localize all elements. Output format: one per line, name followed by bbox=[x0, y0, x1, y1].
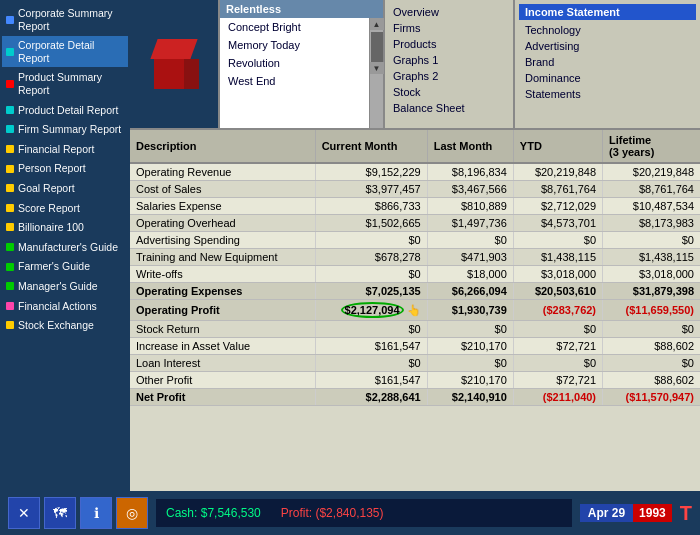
cell-desc-4: Advertising Spending bbox=[130, 232, 315, 249]
cell-lifetime-11: $0 bbox=[603, 355, 700, 372]
cell-current-9: $0 bbox=[315, 321, 427, 338]
top-panels: Relentless Concept BrightMemory TodayRev… bbox=[130, 0, 700, 130]
right-nav-item-statements[interactable]: Statements bbox=[519, 86, 696, 102]
cell-lifetime-4: $0 bbox=[603, 232, 700, 249]
info-icon[interactable]: ℹ bbox=[80, 497, 112, 529]
cell-desc-6: Write-offs bbox=[130, 266, 315, 283]
col-header-current-month: Current Month bbox=[315, 130, 427, 163]
tool-icon-2[interactable]: 🗺 bbox=[44, 497, 76, 529]
sidebar-label-stock-exchange: Stock Exchange bbox=[18, 319, 94, 332]
right-nav-item-advertising[interactable]: Advertising bbox=[519, 38, 696, 54]
brand-item-revolution[interactable]: Revolution bbox=[220, 54, 369, 72]
sidebar-item-farmer[interactable]: Farmer's Guide bbox=[2, 257, 128, 276]
cell-ytd-4: $0 bbox=[513, 232, 602, 249]
sidebar-item-product-detail[interactable]: Product Detail Report bbox=[2, 101, 128, 120]
table-row-5: Training and New Equipment$678,278$471,9… bbox=[130, 249, 700, 266]
table-row-3: Operating Overhead$1,502,665$1,497,736$4… bbox=[130, 215, 700, 232]
table-row-11: Loan Interest$0$0$0$0 bbox=[130, 355, 700, 372]
brand-item-memory-today[interactable]: Memory Today bbox=[220, 36, 369, 54]
cell-current-13: $2,288,641 bbox=[315, 389, 427, 406]
cell-ytd-9: $0 bbox=[513, 321, 602, 338]
sidebar-item-manager[interactable]: Manager's Guide bbox=[2, 277, 128, 296]
sidebar-bullet-person bbox=[6, 165, 14, 173]
sidebar-bullet-product-summary bbox=[6, 80, 14, 88]
brand-item-west-end[interactable]: West End bbox=[220, 72, 369, 90]
table-row-0: Operating Revenue$9,152,229$8,196,834$20… bbox=[130, 163, 700, 181]
sidebar-label-person: Person Report bbox=[18, 162, 86, 175]
sidebar-item-firm-summary[interactable]: Firm Summary Report bbox=[2, 120, 128, 139]
bottom-status: Cash: $7,546,530 Profit: ($2,840,135) bbox=[156, 499, 572, 527]
right-nav-item-technology[interactable]: Technology bbox=[519, 22, 696, 38]
nav-item-products[interactable]: Products bbox=[389, 36, 509, 52]
sidebar-item-financial-actions[interactable]: Financial Actions bbox=[2, 297, 128, 316]
sidebar-bullet-farmer bbox=[6, 263, 14, 271]
logo-panel bbox=[130, 0, 220, 128]
table-row-1: Cost of Sales$3,977,457$3,467,566$8,761,… bbox=[130, 181, 700, 198]
nav-item-graphs-1[interactable]: Graphs 1 bbox=[389, 52, 509, 68]
sidebar-item-goal[interactable]: Goal Report bbox=[2, 179, 128, 198]
nav-item-graphs-2[interactable]: Graphs 2 bbox=[389, 68, 509, 84]
cell-desc-0: Operating Revenue bbox=[130, 163, 315, 181]
cell-ytd-3: $4,573,701 bbox=[513, 215, 602, 232]
year-display: 1993 bbox=[633, 504, 672, 522]
cell-last-11: $0 bbox=[427, 355, 513, 372]
cell-desc-12: Other Profit bbox=[130, 372, 315, 389]
table-row-7: Operating Expenses$7,025,135$6,266,094$2… bbox=[130, 283, 700, 300]
sidebar-item-score[interactable]: Score Report bbox=[2, 199, 128, 218]
profit-display: Profit: ($2,840,135) bbox=[281, 506, 384, 520]
right-nav-header: Income Statement bbox=[519, 4, 696, 20]
table-row-8: Operating Profit$2,127,094 👆$1,930,739($… bbox=[130, 300, 700, 321]
cell-desc-8: Operating Profit bbox=[130, 300, 315, 321]
cell-current-11: $0 bbox=[315, 355, 427, 372]
nav-item-firms[interactable]: Firms bbox=[389, 20, 509, 36]
sidebar: Corporate Summary ReportCorporate Detail… bbox=[0, 0, 130, 491]
table-row-12: Other Profit$161,547$210,170$72,721$88,6… bbox=[130, 372, 700, 389]
date-display: Apr 29 bbox=[580, 504, 633, 522]
nav-item-overview[interactable]: Overview bbox=[389, 4, 509, 20]
scrollbar-up[interactable]: ▲ bbox=[370, 18, 384, 30]
nav-item-balance-sheet[interactable]: Balance Sheet bbox=[389, 100, 509, 116]
sidebar-bullet-manager bbox=[6, 282, 14, 290]
brands-scrollbar[interactable]: ▲ ▼ bbox=[369, 18, 383, 128]
scrollbar-thumb[interactable] bbox=[371, 32, 383, 62]
col-header-lifetime: Lifetime (3 years) bbox=[603, 130, 700, 163]
sidebar-item-person[interactable]: Person Report bbox=[2, 159, 128, 178]
table-row-13: Net Profit$2,288,641$2,140,910($211,040)… bbox=[130, 389, 700, 406]
right-nav-item-dominance[interactable]: Dominance bbox=[519, 70, 696, 86]
scrollbar-down[interactable]: ▼ bbox=[370, 62, 384, 74]
brand-item-concept-bright[interactable]: Concept Bright bbox=[220, 18, 369, 36]
sidebar-item-financial[interactable]: Financial Report bbox=[2, 140, 128, 159]
main-container: Corporate Summary ReportCorporate Detail… bbox=[0, 0, 700, 535]
right-nav-item-brand[interactable]: Brand bbox=[519, 54, 696, 70]
cell-current-12: $161,547 bbox=[315, 372, 427, 389]
sidebar-label-firm-summary: Firm Summary Report bbox=[18, 123, 121, 136]
sidebar-item-corporate-summary[interactable]: Corporate Summary Report bbox=[2, 4, 128, 35]
sidebar-bullet-score bbox=[6, 204, 14, 212]
bottom-date: Apr 29 1993 bbox=[580, 504, 672, 522]
sidebar-label-manufacturer: Manufacturer's Guide bbox=[18, 241, 118, 254]
sidebar-item-product-summary[interactable]: Product Summary Report bbox=[2, 68, 128, 99]
cell-current-1: $3,977,457 bbox=[315, 181, 427, 198]
cell-last-4: $0 bbox=[427, 232, 513, 249]
cell-last-3: $1,497,736 bbox=[427, 215, 513, 232]
cell-lifetime-9: $0 bbox=[603, 321, 700, 338]
bottom-bar: ✕ 🗺 ℹ ◎ Cash: $7,546,530 Profit: ($2,840… bbox=[0, 491, 700, 535]
sidebar-item-billionaire[interactable]: Billionaire 100 bbox=[2, 218, 128, 237]
sidebar-bullet-manufacturer bbox=[6, 243, 14, 251]
tool-icon-1[interactable]: ✕ bbox=[8, 497, 40, 529]
sidebar-bullet-corporate-summary bbox=[6, 16, 14, 24]
nav-item-stock[interactable]: Stock bbox=[389, 84, 509, 100]
nav-panel: OverviewFirmsProductsGraphs 1Graphs 2Sto… bbox=[385, 0, 515, 128]
sidebar-item-corporate-detail[interactable]: Corporate Detail Report bbox=[2, 36, 128, 67]
cell-lifetime-12: $88,602 bbox=[603, 372, 700, 389]
cell-current-10: $161,547 bbox=[315, 338, 427, 355]
table-area: DescriptionCurrent MonthLast MonthYTDLif… bbox=[130, 130, 700, 491]
main-content: Relentless Concept BrightMemory TodayRev… bbox=[130, 0, 700, 491]
cell-lifetime-5: $1,438,115 bbox=[603, 249, 700, 266]
cell-ytd-0: $20,219,848 bbox=[513, 163, 602, 181]
sidebar-item-manufacturer[interactable]: Manufacturer's Guide bbox=[2, 238, 128, 257]
sidebar-item-stock-exchange[interactable]: Stock Exchange bbox=[2, 316, 128, 335]
cell-last-5: $471,903 bbox=[427, 249, 513, 266]
cell-lifetime-10: $88,602 bbox=[603, 338, 700, 355]
tool-icon-3[interactable]: ◎ bbox=[116, 497, 148, 529]
